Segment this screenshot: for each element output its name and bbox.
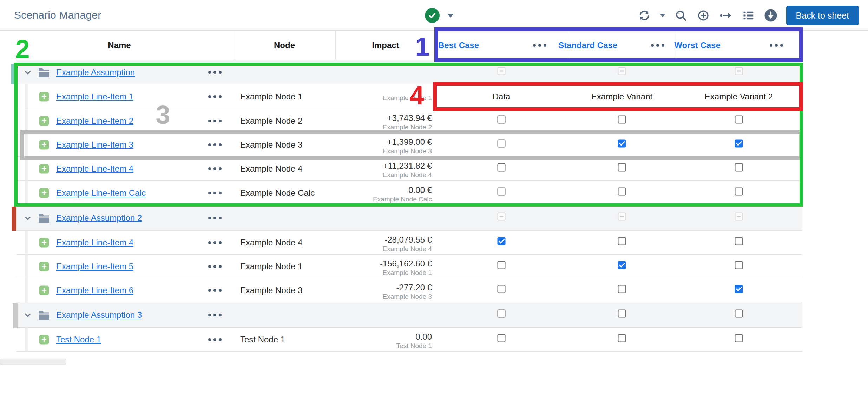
- add-plus-icon[interactable]: +: [39, 285, 49, 295]
- scenario-checkbox-unchecked[interactable]: [498, 285, 506, 293]
- horizontal-scrollbar-thumb[interactable]: [0, 359, 66, 365]
- status-dropdown[interactable]: [425, 0, 454, 31]
- impact-value: -277.20 €: [308, 282, 432, 292]
- refresh-icon[interactable]: [637, 8, 651, 22]
- add-plus-icon[interactable]: +: [39, 238, 49, 247]
- impact-value: 0.00: [308, 332, 432, 342]
- scenario-checkbox-checked[interactable]: [618, 261, 626, 269]
- column-header-node[interactable]: Node: [274, 40, 295, 50]
- chevron-down-icon[interactable]: [22, 310, 33, 320]
- scenario-checkbox-unchecked[interactable]: [735, 334, 743, 342]
- folder-icon: [38, 310, 50, 320]
- scenario-checkbox-indeterminate: [618, 212, 626, 220]
- row-name-link[interactable]: Test Node 1: [56, 335, 101, 345]
- page-title: Scenario Manager: [14, 9, 101, 21]
- scenario-checkbox-checked[interactable]: [735, 285, 743, 293]
- scenario-checkbox-unchecked[interactable]: [618, 309, 626, 317]
- scenario-checkbox-unchecked[interactable]: [618, 285, 626, 293]
- row-name-link[interactable]: Example Line-Item 5: [56, 262, 133, 271]
- row-name-link[interactable]: Example Assumption 2: [56, 213, 142, 223]
- impact-node-subtitle: Example Node 3: [308, 292, 432, 301]
- row-name-link[interactable]: Example Assumption 3: [56, 310, 142, 320]
- node-cell: Example Node 3: [240, 285, 302, 295]
- line-item-row: +Example Line-Item 5Example Node 1-156,1…: [16, 255, 802, 278]
- scenario-checkbox-unchecked[interactable]: [618, 334, 626, 342]
- status-caret-icon[interactable]: [447, 14, 454, 18]
- row-name-link[interactable]: Example Line-Item 6: [56, 285, 133, 295]
- folder-icon: [38, 213, 50, 223]
- add-plus-icon[interactable]: +: [39, 335, 49, 344]
- annotation-number-1: 1: [415, 34, 429, 60]
- scenario-checkbox-unchecked[interactable]: [498, 334, 506, 342]
- status-check-icon[interactable]: [425, 8, 440, 23]
- node-cell: Test Node 1: [240, 335, 285, 345]
- row-more-menu-icon[interactable]: [208, 265, 222, 268]
- jump-to-icon[interactable]: [719, 8, 733, 22]
- line-item-row: +Test Node 1Test Node 10.00Test Node 1: [16, 328, 802, 352]
- impact-node-subtitle: Test Node 1: [308, 342, 432, 350]
- zoom-in-icon[interactable]: [696, 8, 710, 22]
- line-item-row: +Example Line-Item 4Example Node 4-28,07…: [16, 231, 802, 255]
- row-more-menu-icon[interactable]: [208, 314, 222, 316]
- annotation-number-2: 2: [15, 36, 29, 62]
- annotation-box-blue: [434, 27, 803, 62]
- add-plus-icon[interactable]: +: [39, 262, 49, 271]
- back-to-sheet-button[interactable]: Back to sheet: [786, 6, 859, 25]
- row-more-menu-icon[interactable]: [208, 338, 222, 341]
- header-column-divider: [235, 31, 235, 60]
- assumption-row: Example Assumption 2: [16, 205, 802, 231]
- selection-bar-red: [12, 207, 16, 231]
- impact-node-subtitle: Example Node 4: [308, 245, 432, 253]
- row-more-menu-icon[interactable]: [208, 241, 222, 244]
- scenario-checkbox-unchecked[interactable]: [735, 309, 743, 317]
- line-item-row: +Example Line-Item 6Example Node 3-277.2…: [16, 278, 802, 302]
- impact-cell: -28,079.55 €Example Node 4: [308, 234, 432, 253]
- scenario-checkbox-unchecked[interactable]: [498, 261, 506, 269]
- scenario-checkbox-unchecked[interactable]: [498, 309, 506, 317]
- impact-cell: -277.20 €Example Node 3: [308, 282, 432, 301]
- row-list-icon[interactable]: [741, 8, 755, 22]
- scenario-checkbox-unchecked[interactable]: [735, 237, 743, 245]
- row-more-menu-icon[interactable]: [208, 289, 222, 292]
- scenario-checkbox-indeterminate: [735, 212, 743, 220]
- chevron-down-icon[interactable]: [22, 213, 33, 223]
- header-column-divider: [335, 31, 336, 60]
- node-cell: Example Node 1: [240, 262, 302, 271]
- column-header-impact[interactable]: Impact: [372, 40, 399, 50]
- scenario-checkbox-checked[interactable]: [498, 237, 506, 245]
- scenario-checkbox-indeterminate: [498, 212, 506, 220]
- scenario-checkbox-unchecked[interactable]: [735, 261, 743, 269]
- impact-node-subtitle: Example Node 1: [308, 269, 432, 277]
- row-name-link[interactable]: Example Line-Item 4: [56, 238, 133, 248]
- impact-value: -156,162.60 €: [308, 258, 432, 269]
- impact-cell: -156,162.60 €Example Node 1: [308, 258, 432, 277]
- toolbar-actions: Back to sheet: [637, 0, 859, 31]
- annotation-number-4: 4: [409, 83, 424, 109]
- scenario-manager-page: Scenario Manager: [0, 0, 868, 405]
- scenario-checkbox-unchecked[interactable]: [618, 237, 626, 245]
- column-header-name[interactable]: Name: [108, 40, 131, 50]
- impact-cell: 0.00Test Node 1: [308, 332, 432, 350]
- annotation-box-red: [433, 82, 803, 111]
- node-cell: Example Node 4: [240, 238, 302, 248]
- search-icon[interactable]: [674, 8, 688, 22]
- selection-bar-gray: [13, 303, 18, 328]
- assumption-row: Example Assumption 3: [16, 302, 802, 328]
- download-icon[interactable]: [764, 8, 778, 22]
- refresh-caret-icon[interactable]: [660, 14, 665, 17]
- impact-value: -28,079.55 €: [308, 234, 432, 245]
- row-more-menu-icon[interactable]: [208, 217, 222, 219]
- annotation-number-3: 3: [156, 102, 170, 128]
- app-bar: Scenario Manager: [0, 0, 868, 31]
